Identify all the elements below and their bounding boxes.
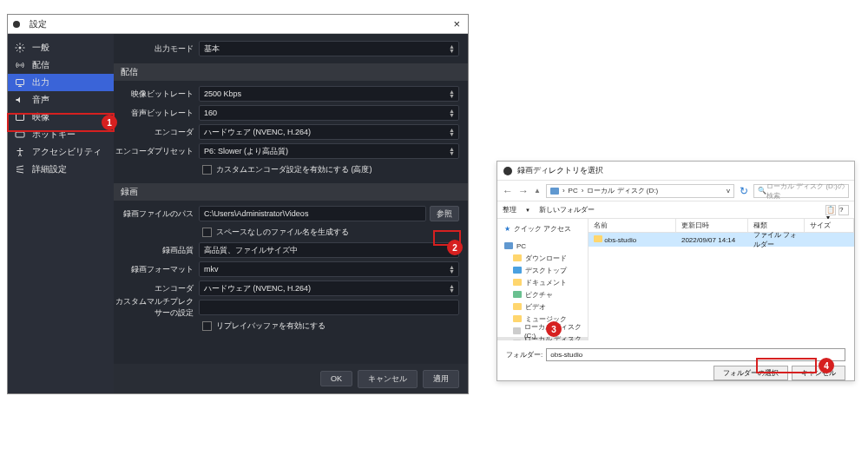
browse-button[interactable]: 参照 [430,206,459,221]
sidebar-item-advanced[interactable]: 詳細設定 [8,161,114,178]
tree-documents[interactable]: ドキュメント [497,276,588,288]
annotation-badge-4: 4 [819,358,834,373]
chevron-updown-icon: ▲▼ [449,44,455,53]
close-icon[interactable]: × [453,17,463,30]
sidebar-item-label: 音声 [32,94,49,106]
record-quality-label: 録画品質 [114,245,199,256]
replay-checkbox[interactable] [202,321,212,331]
encoder-select[interactable]: ハードウェア (NVENC, H.264)▲▼ [199,124,459,140]
back-icon[interactable]: ← [503,185,513,197]
new-folder-button[interactable]: 新しいフォルダー [539,205,595,214]
annotation-badge-1: 1 [102,115,117,130]
app-icon [13,21,20,28]
svg-point-5 [19,148,21,150]
view-icon[interactable]: 📋 ▾ [825,205,836,215]
tree-videos[interactable]: ビデオ [497,300,588,313]
preset-select[interactable]: P6: Slower (より高品質)▲▼ [199,143,459,159]
sidebar-item-label: 映像 [32,111,49,123]
forward-icon[interactable]: → [518,185,529,197]
folder-field-label: フォルダー: [506,350,542,360]
output-mode-label: 出力モード [114,43,199,55]
apply-button[interactable]: 適用 [423,370,459,388]
audio-bitrate-select[interactable]: 160▲▼ [199,105,459,121]
search-input[interactable]: 🔍 ローカル ディスク (D:)の検索 [753,184,849,198]
svg-rect-4 [16,132,24,137]
section-record-header: 録画 [114,183,468,201]
list-header[interactable]: 名前 更新日時 種類 サイズ [589,219,854,233]
app-icon [503,166,513,176]
ok-button[interactable]: OK [320,371,352,386]
sidebar-item-label: ホットキー [32,129,76,141]
sidebar-item-stream[interactable]: 配信 [8,56,114,74]
folder-tree[interactable]: ★クイック アクセス PC ダウンロード デスクトップ ドキュメント ピクチャ … [497,219,589,340]
annotation-badge-2: 2 [447,240,463,255]
file-title: 録画ディレクトリを選択 [517,165,603,176]
footer: OK キャンセル 適用 [114,364,468,393]
record-format-select[interactable]: mkv▲▼ [199,261,459,277]
refresh-icon[interactable]: ↻ [740,185,748,197]
toolbar: 整理▼ 新しいフォルダー 📋 ▾? [497,201,854,219]
mux-input[interactable] [199,300,459,315]
sidebar-item-label: アクセシビリティ [32,146,102,158]
folder-name-input[interactable]: obs-studio [546,348,845,361]
section-stream-header: 配信 [114,63,468,81]
svg-point-0 [19,47,22,50]
chevron-updown-icon: ▲▼ [449,128,455,136]
tree-pc[interactable]: PC [497,240,588,252]
svg-point-6 [503,167,512,175]
tree-pictures[interactable]: ピクチャ [497,288,588,300]
up-icon[interactable]: ▲ [534,187,541,195]
record-format-label: 録画フォーマット [114,264,199,275]
replay-label: リプレイバッファを有効にする [216,320,326,332]
annotation-badge-3: 3 [546,321,562,337]
record-path-input[interactable]: C:\Users\Administrator\Videos [199,206,426,221]
custom-encoder-label: カスタムエンコーダ設定を有効にする (高度) [216,164,372,175]
sidebar-item-video[interactable]: 映像 [8,109,114,126]
sidebar-item-hotkeys[interactable]: ホットキー [8,126,114,143]
col-size[interactable]: サイズ [805,219,854,232]
chevron-updown-icon: ▲▼ [449,284,455,293]
chevron-updown-icon: ▲▼ [449,265,455,274]
nospace-checkbox[interactable] [202,228,212,237]
video-bitrate-label: 映像ビットレート [114,89,199,100]
tree-disk-d[interactable]: ローカル ディスク (D:) [497,337,588,340]
custom-encoder-checkbox[interactable] [202,165,212,175]
sidebar-item-audio[interactable]: 音声 [8,91,114,109]
sidebar-item-label: 詳細設定 [32,163,67,175]
stepper-icon: ▲▼ [449,89,455,98]
tree-downloads[interactable]: ダウンロード [497,252,588,264]
record-path-label: 録画ファイルのパス [114,208,199,220]
col-name[interactable]: 名前 [589,219,676,232]
chevron-updown-icon: ▲▼ [449,109,455,117]
sidebar-item-general[interactable]: 一般 [8,39,114,56]
organize-menu[interactable]: 整理 [503,205,516,214]
pc-icon [550,188,559,195]
sidebar-item-output[interactable]: 出力 [8,74,114,91]
sidebar-item-label: 配信 [32,59,49,71]
mux-label: カスタムマルチプレクサーの設定 [114,296,199,319]
record-encoder-select[interactable]: ハードウェア (NVENC, H.264)▲▼ [199,280,459,296]
output-mode-select[interactable]: 基本▲▼ [199,41,459,56]
address-bar[interactable]: › PC› ローカル ディスク (D:) v [546,184,734,198]
svg-point-1 [19,64,21,66]
help-icon[interactable]: ? [838,205,849,215]
sidebar-item-access[interactable]: アクセシビリティ [8,143,114,161]
file-dialog: 録画ディレクトリを選択 ← → ▲ › PC› ローカル ディスク (D:) v… [496,161,855,381]
encoder-label: エンコーダ [114,127,199,138]
col-date[interactable]: 更新日時 [676,219,748,232]
list-item[interactable]: obs-studio 2022/09/07 14:14 ファイル フォルダー [589,233,854,247]
cancel-button[interactable]: キャンセル [358,370,418,388]
file-titlebar[interactable]: 録画ディレクトリを選択 [497,162,854,181]
audio-bitrate-label: 音声ビットレート [114,108,199,119]
tree-quick-access[interactable]: ★クイック アクセス [497,222,588,234]
select-folder-button[interactable]: フォルダーの選択 [713,366,788,380]
sidebar-item-label: 出力 [32,76,49,89]
svg-rect-2 [16,80,24,85]
svg-rect-3 [16,115,24,121]
video-bitrate-input[interactable]: 2500 Kbps▲▼ [199,86,459,102]
preset-label: エンコーダプリセット [114,146,199,157]
nospace-label: スペースなしのファイル名を生成する [216,227,349,238]
record-quality-select[interactable]: 高品質、ファイルサイズ中▲▼ [199,242,459,258]
titlebar[interactable]: 設定 × [8,15,468,34]
tree-desktop[interactable]: デスクトップ [497,264,588,276]
